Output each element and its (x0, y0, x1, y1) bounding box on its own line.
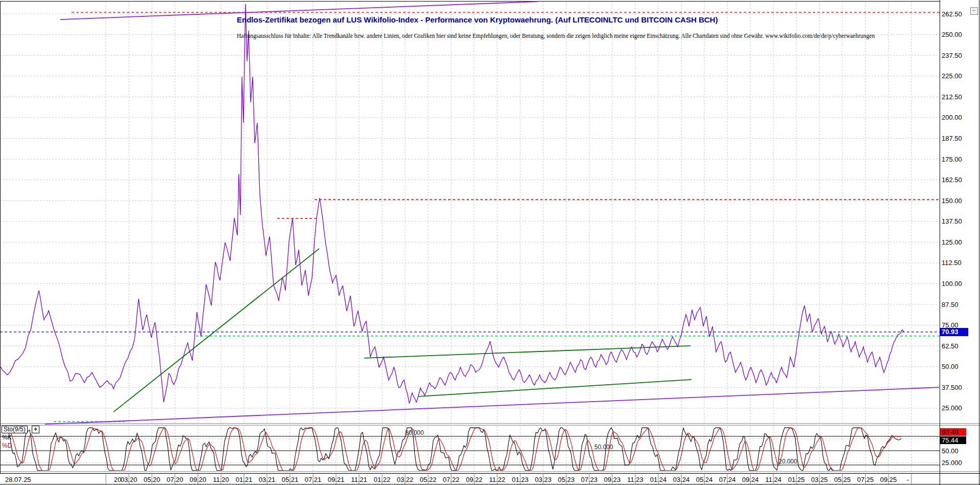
price-axis-label: 137.50 (942, 217, 978, 225)
price-axis-label: 100.00 (942, 280, 978, 288)
chart-disclaimer: Haftungsausschluss für Inhalte: Alle Tre… (237, 33, 875, 39)
price-axis-label: 237.50 (942, 52, 978, 59)
time-axis-label: 03.21 (256, 476, 278, 484)
time-axis-label: 07.25 (854, 476, 877, 484)
time-axis-label: 03.20 (118, 476, 140, 484)
main-chart-pane[interactable] (0, 1, 940, 423)
sto-level-label: 50.000 (594, 444, 613, 451)
time-axis-label: 05.22 (417, 476, 439, 484)
time-axis-label: 03.23 (532, 476, 554, 484)
sto-level-label: 80.000 (405, 429, 424, 436)
time-axis-label: 11.22 (486, 476, 508, 484)
time-axis-label: 01.22 (371, 476, 393, 484)
time-axis-label: 01.24 (647, 476, 670, 484)
time-axis-label: 01.23 (509, 476, 531, 484)
indicator-pane[interactable] (0, 426, 940, 471)
current-price-label: 70.93 (940, 328, 968, 336)
time-axis-label: 05.24 (693, 476, 716, 484)
time-axis-label: 07.22 (440, 476, 462, 484)
time-axis-label: 05.23 (555, 476, 577, 484)
price-axis-label: 62.50 (942, 342, 978, 350)
price-axis-label: 162.50 (942, 176, 978, 184)
time-axis-label: 09.24 (739, 476, 762, 484)
price-axis-label: 50.00 (942, 363, 978, 370)
sto-axis-label: 50.00 (942, 447, 978, 455)
time-axis-label: 09.22 (463, 476, 485, 484)
time-axis-label: 11.21 (348, 476, 370, 484)
time-axis-label: 07.21 (302, 476, 324, 484)
price-axis-label: 187.50 (942, 135, 978, 142)
time-axis-label: 05.21 (279, 476, 301, 484)
collapse-button[interactable]: − (970, 7, 978, 15)
price-axis-label: 250.00 (942, 31, 978, 38)
time-axis-label: 03.22 (394, 476, 416, 484)
time-axis-label: 05.25 (831, 476, 854, 484)
time-axis-label: 01.21 (233, 476, 255, 484)
price-axis-label: 225.00 (942, 72, 978, 80)
sto-k-value-label: 75.44 (940, 436, 966, 444)
sto-axis-label: 25.000 (942, 459, 978, 467)
time-axis-label: 03.24 (670, 476, 693, 484)
price-axis-label: 112.50 (942, 259, 978, 267)
price-axis-label: 212.50 (942, 93, 978, 101)
price-axis-label: 87.50 (942, 301, 978, 308)
indicator-add-button[interactable]: + (32, 426, 39, 433)
price-axis-label: 25.000 (942, 404, 978, 412)
time-axis-label: 07.20 (164, 476, 186, 484)
chart-window: Endlos-Zertifikat bezogen auf LUS Wikifo… (0, 0, 980, 485)
price-axis-label: 200.00 (942, 114, 978, 121)
time-axis-label: 28.07.25 (5, 476, 31, 484)
time-axis-label: 11.24 (762, 476, 785, 484)
time-axis-label: 03.25 (808, 476, 831, 484)
price-axis-label: 175.00 (942, 156, 978, 163)
sto-level-label: 20.000 (778, 458, 797, 465)
time-axis-label: 01.25 (785, 476, 808, 484)
price-axis-label: 37.500 (942, 384, 978, 391)
chart-title: Endlos-Zertifikat bezogen auf LUS Wikifo… (237, 15, 718, 24)
time-axis-label: 07.24 (716, 476, 739, 484)
time-axis-label: 05.20 (141, 476, 163, 484)
time-axis-label: 11.23 (624, 476, 647, 484)
time-axis-label: 09.21 (325, 476, 347, 484)
time-axis-label: 09.20 (187, 476, 209, 484)
price-axis-label: 125.00 (942, 238, 978, 246)
time-axis-label: 11.20 (210, 476, 232, 484)
time-axis-label: 07.23 (578, 476, 600, 484)
sto-d-label: %D (2, 442, 12, 449)
sto-d-value-label: 80.49 (940, 428, 966, 436)
price-axis-label: 150.00 (942, 197, 978, 205)
time-axis-label: 09.23 (601, 476, 623, 484)
time-axis-label: - (897, 476, 919, 484)
sto-k-label: %K (2, 434, 12, 441)
sto-indicator-button[interactable]: Sto(9/5) (2, 426, 28, 433)
